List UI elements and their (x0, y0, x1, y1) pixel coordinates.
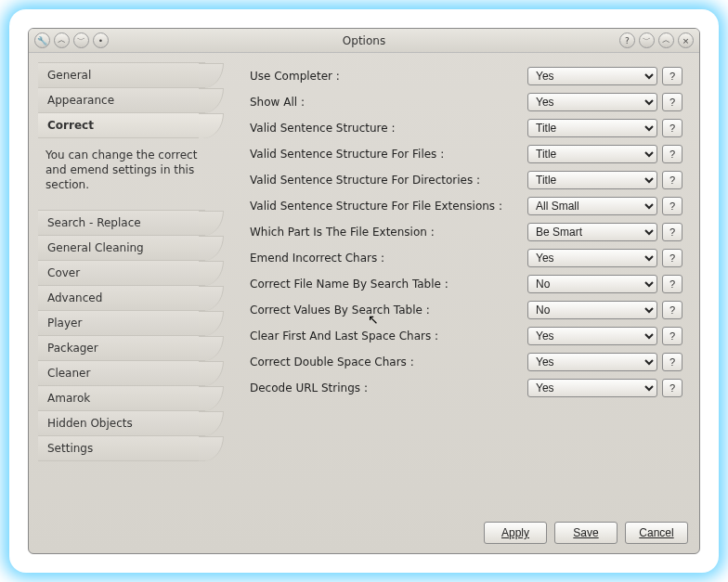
window-title: Options (112, 34, 616, 47)
help-button[interactable]: ? (662, 353, 682, 371)
setting-select[interactable]: Yes (527, 67, 657, 85)
help-button[interactable]: ? (662, 93, 682, 111)
dot-icon[interactable]: • (93, 32, 109, 48)
titlebar-left: 🔧︿﹀• (34, 32, 112, 48)
cancel-button[interactable]: Cancel (625, 522, 688, 544)
help-button[interactable]: ? (662, 197, 682, 215)
setting-row: Valid Sentence Structure For File Extens… (250, 196, 682, 216)
sidebar-item-advanced[interactable]: Advanced (38, 285, 205, 310)
setting-select[interactable]: No (527, 301, 657, 319)
content-area: GeneralAppearanceCorrect You can change … (29, 53, 699, 514)
apply-button[interactable]: Apply (484, 522, 547, 544)
setting-label: Valid Sentence Structure For Directories… (250, 174, 527, 187)
sidebar-item-hidden-objects[interactable]: Hidden Objects (38, 410, 205, 435)
titlebar-right: ?﹀︿× (616, 32, 694, 48)
setting-select[interactable]: Yes (527, 93, 657, 111)
setting-row: Valid Sentence Structure :Title? (250, 118, 682, 138)
sidebar: GeneralAppearanceCorrect You can change … (38, 62, 205, 509)
setting-select[interactable]: Title (527, 145, 657, 163)
setting-select[interactable]: Be Smart (527, 223, 657, 241)
sidebar-item-packager[interactable]: Packager (38, 335, 205, 360)
help-button[interactable]: ? (662, 379, 682, 397)
help-button[interactable]: ? (662, 171, 682, 189)
setting-label: Which Part Is The File Extension : (250, 226, 527, 239)
help-button[interactable]: ? (662, 301, 682, 319)
close-icon[interactable]: × (678, 32, 694, 48)
save-button[interactable]: Save (554, 522, 618, 544)
setting-label: Show All : (250, 96, 527, 109)
setting-label: Valid Sentence Structure For File Extens… (250, 200, 527, 213)
help-button[interactable]: ? (662, 223, 682, 241)
setting-label: Valid Sentence Structure : (250, 122, 527, 135)
setting-select[interactable]: All Small (527, 197, 657, 215)
help-button[interactable]: ? (662, 327, 682, 345)
setting-row: Correct Values By Search Table :No? (250, 300, 682, 320)
setting-label: Emend Incorrect Chars : (250, 252, 527, 265)
setting-row: Emend Incorrect Chars :Yes? (250, 248, 682, 268)
chevron-up-icon[interactable]: ︿ (658, 32, 674, 48)
sidebar-item-cleaner[interactable]: Cleaner (38, 360, 205, 385)
setting-select[interactable]: Yes (527, 353, 657, 371)
setting-select[interactable]: Yes (527, 379, 657, 397)
help-button[interactable]: ? (662, 145, 682, 163)
setting-select[interactable]: Yes (527, 249, 657, 267)
chevron-down-icon[interactable]: ﹀ (73, 32, 89, 48)
setting-label: Clear First And Last Space Chars : (250, 330, 527, 343)
setting-select[interactable]: No (527, 275, 657, 293)
sidebar-item-appearance[interactable]: Appearance (38, 87, 205, 112)
setting-row: Valid Sentence Structure For Directories… (250, 170, 682, 190)
sidebar-item-player[interactable]: Player (38, 310, 205, 335)
footer: Apply Save Cancel (29, 514, 699, 553)
chevron-down-icon[interactable]: ﹀ (639, 32, 655, 48)
help-icon[interactable]: ? (619, 32, 635, 48)
settings-panel: Use Completer :Yes?Show All :Yes?Valid S… (213, 62, 690, 509)
sidebar-item-amarok[interactable]: Amarok (38, 385, 205, 410)
sidebar-item-settings[interactable]: Settings (38, 435, 205, 461)
help-button[interactable]: ? (662, 249, 682, 267)
section-description: You can change the correct and emend set… (38, 138, 205, 206)
chevron-up-icon[interactable]: ︿ (54, 32, 70, 48)
sidebar-item-general-cleaning[interactable]: General Cleaning (38, 235, 205, 260)
help-button[interactable]: ? (662, 67, 682, 85)
setting-select[interactable]: Yes (527, 327, 657, 345)
setting-row: Clear First And Last Space Chars :Yes? (250, 326, 682, 346)
setting-row: Decode URL Strings :Yes? (250, 378, 682, 398)
setting-label: Correct File Name By Search Table : (250, 278, 527, 291)
help-button[interactable]: ? (662, 275, 682, 293)
setting-label: Correct Double Space Chars : (250, 356, 527, 369)
sidebar-item-correct[interactable]: Correct (38, 112, 205, 138)
setting-select[interactable]: Title (527, 119, 657, 137)
setting-label: Correct Values By Search Table : (250, 304, 527, 317)
setting-row: Valid Sentence Structure For Files :Titl… (250, 144, 682, 164)
sidebar-item-general[interactable]: General (38, 62, 205, 87)
setting-row: Use Completer :Yes? (250, 66, 682, 86)
setting-label: Use Completer : (250, 70, 527, 83)
setting-row: Correct File Name By Search Table :No? (250, 274, 682, 294)
options-window: 🔧︿﹀• Options ?﹀︿× GeneralAppearanceCorre… (28, 28, 700, 554)
setting-label: Decode URL Strings : (250, 382, 527, 394)
setting-row: Which Part Is The File Extension :Be Sma… (250, 222, 682, 242)
help-button[interactable]: ? (662, 119, 682, 137)
titlebar: 🔧︿﹀• Options ?﹀︿× (29, 29, 699, 53)
setting-row: Correct Double Space Chars :Yes? (250, 352, 682, 372)
setting-select[interactable]: Title (527, 171, 657, 189)
setting-row: Show All :Yes? (250, 92, 682, 112)
wrench-icon[interactable]: 🔧 (34, 32, 50, 48)
setting-label: Valid Sentence Structure For Files : (250, 148, 527, 161)
sidebar-item-cover[interactable]: Cover (38, 260, 205, 285)
sidebar-item-search-replace[interactable]: Search - Replace (38, 210, 205, 235)
